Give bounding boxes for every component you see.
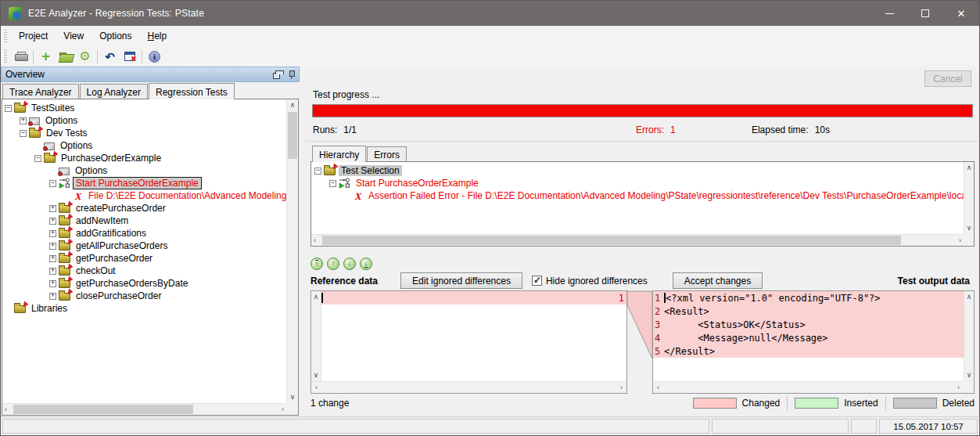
reference-code-lines[interactable]: 1 xyxy=(321,291,626,381)
hide-ignored-differences-control[interactable]: Hide ignored differences xyxy=(532,276,648,286)
pin-panel-icon[interactable] xyxy=(288,70,295,79)
scroll-down-icon[interactable]: ∨ xyxy=(311,372,321,379)
menu-item-help[interactable]: Help xyxy=(140,27,175,45)
minimize-button[interactable] xyxy=(871,1,907,26)
toolbar-gripper[interactable] xyxy=(4,50,7,63)
reference-data-pane[interactable]: ∧ ∨ 1 ‹ › xyxy=(311,290,627,394)
tree-row[interactable]: +getPurchaseOrder xyxy=(5,252,286,265)
tree-row[interactable]: −TestSuites xyxy=(5,102,286,114)
tab-hierarchy[interactable]: Hierarchy xyxy=(312,146,366,162)
code-line[interactable]: 1<?xml version="1.0" encoding="UTF-8"?> xyxy=(653,291,964,304)
maximize-button[interactable] xyxy=(907,1,943,26)
horizontal-splitter[interactable] xyxy=(306,247,979,254)
scroll-right-icon[interactable]: › xyxy=(279,404,286,415)
tree-vertical-scrollbar[interactable]: ∧ ∨ xyxy=(286,99,298,403)
settings-button[interactable]: ⚙ xyxy=(75,48,95,66)
hide-ignored-differences-checkbox[interactable] xyxy=(532,276,542,286)
edit-ignored-differences-button[interactable]: Edit ignored differences xyxy=(400,272,522,289)
results-vertical-scrollbar[interactable]: ∧ ∨ xyxy=(964,162,974,234)
scroll-right-icon[interactable]: › xyxy=(955,382,962,393)
scrollbar-thumb[interactable] xyxy=(13,405,193,414)
tree-row[interactable]: +addGratifications xyxy=(5,227,286,240)
scroll-up-icon[interactable]: ∧ xyxy=(964,164,974,171)
menu-item-view[interactable]: View xyxy=(56,27,92,45)
tree-row[interactable]: +closePurchaseOrder xyxy=(5,290,286,302)
tree-horizontal-scrollbar[interactable]: ‹ › xyxy=(2,403,286,415)
tab-trace-analyzer[interactable]: Trace Analyzer xyxy=(2,84,79,99)
previous-change-button[interactable]: ↑ xyxy=(327,258,339,270)
tree-expander-icon[interactable]: − xyxy=(329,180,336,187)
tree-row[interactable]: Options xyxy=(5,139,286,152)
tree-expander-icon[interactable]: + xyxy=(49,218,56,225)
tree-row[interactable]: XFile D:\E2E Documentation\Advanced Mode… xyxy=(5,189,286,202)
tree-row[interactable]: +createPurchaseOrder xyxy=(5,202,286,214)
tree-row[interactable]: Options xyxy=(5,164,286,177)
tree-expander-icon[interactable]: + xyxy=(49,205,56,212)
info-button[interactable]: i xyxy=(145,48,164,66)
tree-expander-icon[interactable]: + xyxy=(49,255,56,262)
output-horizontal-scrollbar[interactable]: ‹ › xyxy=(653,381,964,393)
reference-vertical-scrollbar[interactable]: ∧ ∨ xyxy=(311,291,321,381)
scroll-left-icon[interactable]: ‹ xyxy=(655,382,662,393)
scrollbar-thumb[interactable] xyxy=(322,236,901,245)
print-button[interactable] xyxy=(11,48,31,66)
code-line[interactable]: 3 <Status>OK</Status> xyxy=(653,318,964,331)
tree-expander-icon[interactable]: − xyxy=(314,168,321,175)
menubar-gripper[interactable] xyxy=(4,30,7,43)
code-line[interactable]: 4 <Message>null</Message> xyxy=(653,331,964,344)
scroll-down-icon[interactable]: ∨ xyxy=(287,394,298,401)
open-button[interactable] xyxy=(56,48,75,66)
output-code-lines[interactable]: 1<?xml version="1.0" encoding="UTF-8"?>2… xyxy=(653,291,964,381)
tree-expander-icon[interactable]: − xyxy=(34,155,41,162)
scroll-right-icon[interactable]: › xyxy=(957,235,964,246)
output-vertical-scrollbar[interactable]: ∧ ∨ xyxy=(964,291,974,381)
scroll-down-icon[interactable]: ∨ xyxy=(964,225,974,232)
code-line[interactable]: 2<Result> xyxy=(653,304,964,318)
scroll-up-icon[interactable]: ∧ xyxy=(311,294,321,301)
tree-expander-icon[interactable]: − xyxy=(20,130,27,137)
add-button[interactable]: + xyxy=(36,48,56,66)
tree-row[interactable]: −Start PurchaseOrderExample xyxy=(5,177,286,189)
tree-row[interactable]: −Start PurchaseOrderExample xyxy=(314,177,964,189)
test-output-pane[interactable]: 1<?xml version="1.0" encoding="UTF-8"?>2… xyxy=(652,290,975,394)
menu-item-options[interactable]: Options xyxy=(92,27,139,45)
last-change-button[interactable]: ↓ xyxy=(360,258,372,270)
menu-item-project[interactable]: Project xyxy=(11,27,56,45)
tree-row[interactable]: +getPurchaseOrdersByDate xyxy=(5,277,286,290)
cancel-button[interactable]: Cancel xyxy=(924,70,971,87)
tab-regression-tests[interactable]: Regression Tests xyxy=(149,83,235,99)
scroll-up-icon[interactable]: ∧ xyxy=(964,294,974,301)
tree-row[interactable]: +addNewItem xyxy=(5,214,286,227)
tree-expander-icon[interactable]: + xyxy=(49,243,56,250)
scrollbar-thumb[interactable] xyxy=(288,112,297,159)
tree-row[interactable]: +checkOut xyxy=(5,265,286,277)
tree-expander-icon[interactable]: + xyxy=(49,293,56,300)
first-change-button[interactable]: ↑ xyxy=(311,258,323,270)
scroll-left-icon[interactable]: ‹ xyxy=(311,235,318,246)
tree-row[interactable]: Libraries xyxy=(5,302,286,315)
next-change-button[interactable]: ↓ xyxy=(343,258,356,270)
tab-log-analyzer[interactable]: Log Analyzer xyxy=(80,84,148,99)
scroll-up-icon[interactable]: ∧ xyxy=(287,102,298,109)
tree-expander-icon[interactable]: + xyxy=(20,117,27,124)
tree-expander-icon[interactable]: + xyxy=(49,268,56,275)
tree-expander-icon[interactable]: − xyxy=(5,105,12,112)
scroll-left-icon[interactable]: ‹ xyxy=(2,404,9,415)
undo-button[interactable]: ↶ xyxy=(100,48,120,66)
error-log-button[interactable] xyxy=(120,48,139,66)
tree-expander-icon[interactable]: + xyxy=(49,280,56,287)
tree-row[interactable]: +getAllPurchaseOrders xyxy=(5,240,286,252)
code-line[interactable]: 1 xyxy=(321,291,626,304)
vertical-splitter[interactable] xyxy=(300,67,306,416)
reference-horizontal-scrollbar[interactable]: ‹ › xyxy=(311,381,626,393)
scroll-left-icon[interactable]: ‹ xyxy=(313,382,320,393)
tab-errors[interactable]: Errors xyxy=(367,146,407,161)
tree-expander-icon[interactable]: + xyxy=(49,230,56,237)
tree-row[interactable]: −Test Selection xyxy=(314,164,964,177)
scroll-down-icon[interactable]: ∨ xyxy=(964,372,974,379)
tree-row[interactable]: −PurchaseOrderExample xyxy=(5,152,286,164)
tree-row[interactable]: −Dev Tests xyxy=(5,127,286,139)
tree-row[interactable]: XAssertion Failed Error - File D:\E2E Do… xyxy=(314,189,964,202)
scroll-right-icon[interactable]: › xyxy=(618,382,625,393)
tree-row[interactable]: +Options xyxy=(5,114,286,127)
